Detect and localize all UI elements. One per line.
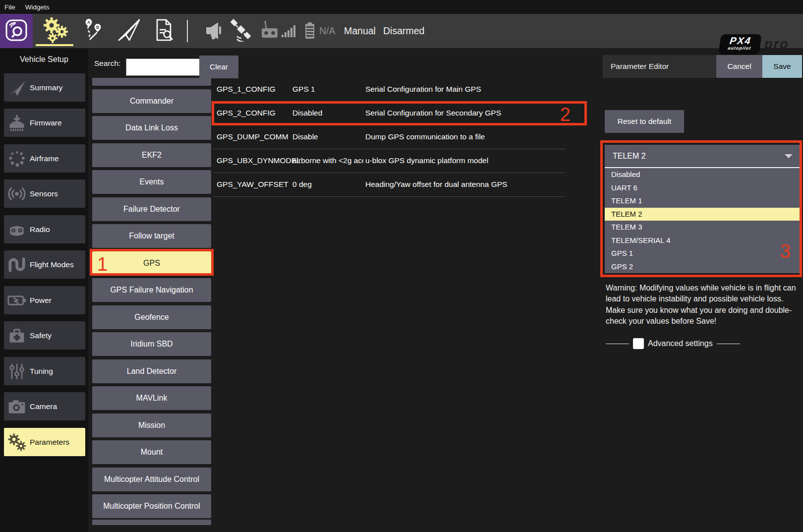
category-multicopter-attitude-control[interactable]: Multicopter Attitude Control [92, 468, 211, 491]
route-plan-icon: A B [82, 18, 105, 45]
param-row-gps-ubx-dynmodel[interactable]: GPS_UBX_DYNMODEL airborne with <2g accel… [213, 149, 566, 173]
summary-plane-icon [4, 78, 30, 98]
sensors-waves-icon [4, 184, 30, 204]
save-button[interactable]: Save [762, 55, 802, 78]
parameter-editor-title: Parameter Editor [603, 55, 716, 78]
param-row-gps-dump-comm[interactable]: GPS_DUMP_COMM Disable Dump GPS communica… [213, 125, 566, 149]
option-uart-6[interactable]: UART 6 [605, 181, 800, 195]
category-failure-detector[interactable]: Failure Detector [92, 197, 211, 221]
category-geofence[interactable]: Geofence [92, 305, 211, 329]
sidebar-item-radio[interactable]: Radio [4, 215, 85, 243]
advanced-settings-checkbox[interactable] [633, 338, 644, 349]
sidebar-item-firmware[interactable]: Firmware [4, 109, 85, 137]
analyze-tab[interactable] [149, 14, 179, 48]
flight-mode-indicator[interactable]: Manual [344, 14, 376, 48]
chevron-down-icon [785, 154, 793, 158]
category-multicopter-position-control[interactable]: Multicopter Position Control [92, 494, 211, 518]
category-commander[interactable]: Commander [92, 89, 211, 113]
search-label: Search: [94, 59, 120, 68]
category-partial-bottom[interactable] [92, 520, 211, 525]
clear-search-button[interactable]: Clear [199, 56, 238, 78]
active-tab-underline [36, 44, 73, 46]
battery-status[interactable]: N/A [319, 14, 336, 48]
param-row-gps-1-config[interactable]: GPS_1_CONFIG GPS 1 Serial Configuration … [213, 78, 566, 102]
param-row-gps-yaw-offset[interactable]: GPS_YAW_OFFSET 0 deg Heading/Yaw offset … [213, 173, 566, 197]
gears-icon [41, 17, 69, 46]
category-mavlink[interactable]: MAVLink [92, 386, 211, 410]
armed-state-indicator[interactable]: Disarmed [383, 14, 424, 48]
dropdown-value: TELEM 2 [613, 152, 646, 161]
tuning-sliders-icon [4, 361, 30, 381]
firmware-download-icon [4, 113, 30, 133]
advanced-settings-row: Advanced settings [606, 337, 740, 350]
option-telem-2[interactable]: TELEM 2 [605, 208, 800, 221]
satellite-icon [229, 19, 252, 44]
category-mount[interactable]: Mount [92, 440, 211, 464]
power-battery-icon [4, 291, 30, 310]
sidebar-item-flight-modes[interactable]: Flight Modes [4, 250, 85, 279]
option-telem-3[interactable]: TELEM 3 [605, 221, 800, 234]
category-events[interactable]: Events [92, 170, 211, 194]
category-iridium-sbd[interactable]: Iridium SBD [92, 332, 211, 356]
paper-plane-icon [117, 18, 141, 44]
category-land-detector[interactable]: Land Detector [92, 359, 211, 383]
menu-bar: File Widgets [0, 0, 803, 14]
param-row-gps-2-config[interactable]: GPS_2_CONFIG Disabled Serial Configurati… [213, 102, 566, 125]
sidebar-item-safety[interactable]: Safety [4, 321, 85, 350]
category-data-link-loss[interactable]: Data Link Loss [92, 116, 211, 140]
vehicle-setup-sidebar: Vehicle Setup Summary Firmware Airframe … [0, 48, 88, 532]
svg-text:A: A [87, 19, 90, 24]
svg-text:B: B [96, 24, 99, 29]
plan-tab[interactable]: A B [78, 14, 108, 48]
rc-rssi-indicator[interactable] [282, 25, 295, 37]
qgroundcontrol-window: File Widgets [0, 0, 803, 532]
option-disabled[interactable]: Disabled [605, 168, 800, 181]
option-telem-serial-4[interactable]: TELEM/SERIAL 4 [605, 234, 800, 247]
vehicle-setup-tab[interactable] [38, 14, 72, 48]
category-ekf2[interactable]: EKF2 [92, 143, 211, 167]
rc-indicator[interactable] [258, 14, 282, 48]
advanced-settings-label: Advanced settings [648, 339, 713, 348]
megaphone-icon [204, 19, 226, 43]
gps-indicator[interactable] [227, 14, 255, 48]
log-document-icon [153, 18, 175, 44]
reset-to-default-button[interactable]: Reset to default [605, 110, 684, 133]
messages-indicator[interactable] [202, 14, 228, 48]
px4-logo: PX4 autopilot [718, 34, 762, 55]
value-dropdown[interactable]: TELEM 2 [605, 145, 800, 167]
category-gps-failure-navigation[interactable]: GPS Failure Navigation [92, 278, 211, 302]
menu-file[interactable]: File [4, 3, 15, 11]
search-input[interactable] [126, 59, 200, 76]
sidebar-item-parameters[interactable]: Parameters [4, 428, 85, 456]
main-toolbar: A B [0, 14, 803, 48]
menu-widgets[interactable]: Widgets [25, 3, 50, 11]
sidebar-item-power[interactable]: Power [4, 286, 85, 314]
sidebar-item-tuning[interactable]: Tuning [4, 357, 85, 385]
sidebar-item-camera[interactable]: Camera [4, 392, 85, 420]
qgc-logo-icon [5, 19, 28, 44]
battery-icon[interactable] [305, 24, 314, 39]
fly-tab[interactable] [113, 14, 145, 48]
warning-text: Warning: Modifying values while vehicle … [606, 283, 800, 327]
parameters-gears-icon [4, 432, 30, 452]
sidebar-title: Vehicle Setup [0, 55, 88, 64]
qgc-home-button[interactable] [0, 14, 33, 48]
category-gps[interactable]: GPS [92, 251, 211, 275]
sidebar-item-summary[interactable]: Summary [4, 73, 85, 102]
toolbar-divider [187, 20, 188, 42]
safety-case-icon [4, 326, 30, 346]
option-gps-1[interactable]: GPS 1 [605, 247, 800, 260]
decorative-line [606, 344, 629, 344]
decorative-line [717, 344, 740, 344]
option-gps-2[interactable]: GPS 2 [605, 260, 800, 274]
sidebar-item-airframe[interactable]: Airframe [4, 144, 85, 173]
flight-modes-wave-icon [4, 255, 30, 275]
radio-controller-icon [4, 220, 30, 239]
sidebar-item-sensors[interactable]: Sensors [4, 179, 85, 208]
category-mission[interactable]: Mission [92, 414, 211, 437]
option-telem-1[interactable]: TELEM 1 [605, 194, 800, 208]
dropdown-option-list: Disabled UART 6 TELEM 1 TELEM 2 TELEM 3 … [605, 168, 800, 273]
category-follow-target[interactable]: Follow target [92, 224, 211, 248]
cancel-button[interactable]: Cancel [716, 55, 762, 78]
search-bar: Search: [91, 48, 213, 78]
